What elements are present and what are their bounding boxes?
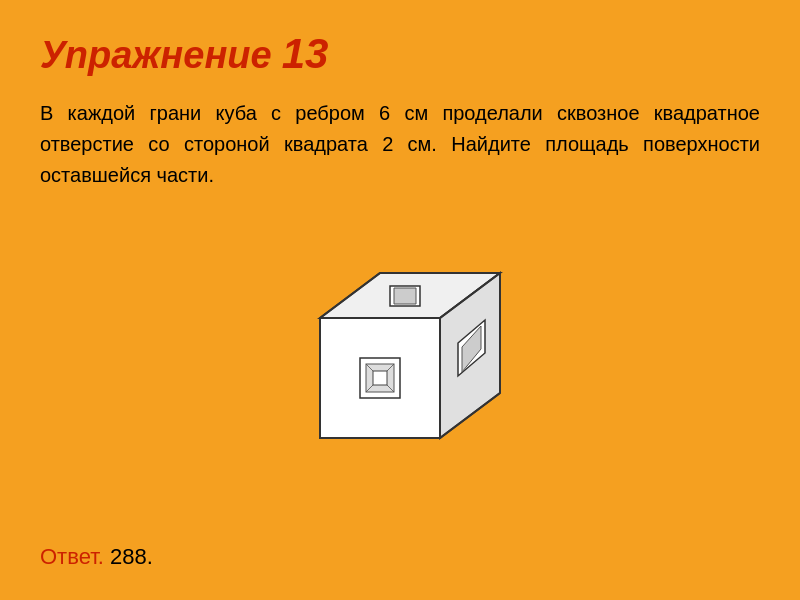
answer-section: Ответ. 288. xyxy=(40,534,760,570)
cube-image-container xyxy=(40,221,760,514)
title-prefix: Упражнение xyxy=(40,34,272,77)
answer-label: Ответ. xyxy=(40,544,104,569)
svg-marker-4 xyxy=(394,288,416,304)
cube-diagram xyxy=(290,258,510,478)
answer-value: 288. xyxy=(110,544,153,569)
problem-text: В каждой грани куба с ребром 6 см продел… xyxy=(40,98,760,191)
title-line: Упражнение 13 xyxy=(40,30,760,78)
svg-rect-9 xyxy=(373,371,387,385)
answer-text: Ответ. 288. xyxy=(40,544,153,569)
title-number: 13 xyxy=(282,30,329,78)
page-container: Упражнение 13 В каждой грани куба с ребр… xyxy=(0,0,800,600)
